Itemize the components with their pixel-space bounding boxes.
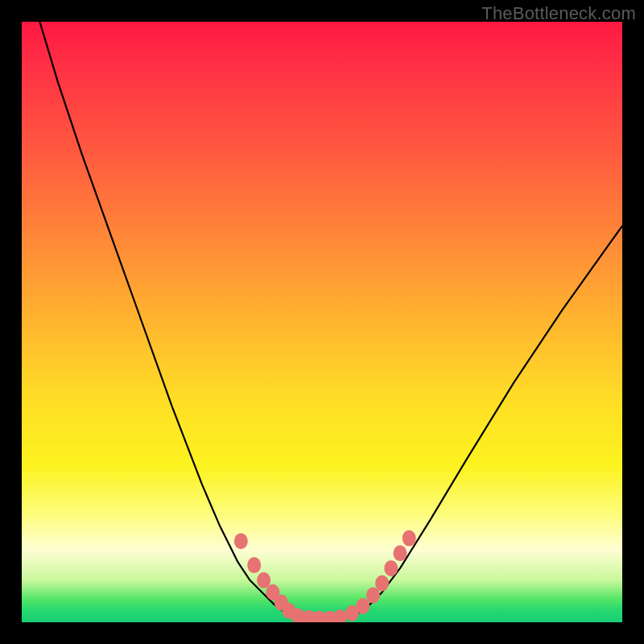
marker-dot: [384, 560, 398, 576]
chart-frame: TheBottleneck.com: [0, 0, 644, 644]
plot-area: [22, 22, 622, 622]
watermark-text: TheBottleneck.com: [481, 3, 636, 24]
chart-svg: [22, 22, 622, 622]
marker-dot: [402, 530, 416, 547]
marker-dot: [394, 545, 407, 561]
marker-dot: [333, 609, 347, 622]
marker-dot: [247, 557, 261, 573]
curve-path: [39, 22, 622, 619]
marker-dot: [234, 533, 248, 549]
marker-dot: [257, 572, 270, 588]
marker-dot: [375, 576, 389, 592]
marker-dot: [366, 587, 380, 603]
marker-dot: [356, 598, 369, 614]
